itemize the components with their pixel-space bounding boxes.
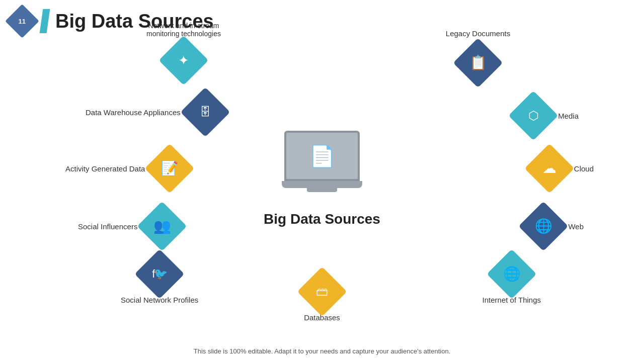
- cloud-icon: ☁: [542, 161, 556, 175]
- laptop-base: [282, 181, 362, 188]
- item-social-influencers: Social Influencers 👥: [78, 209, 180, 244]
- warehouse-diamond: 🗄: [180, 87, 230, 137]
- iot-icon: 🌐: [503, 267, 520, 281]
- item-social-network: f🐦 Social Network Profiles: [121, 256, 198, 304]
- legacy-diamond: 📋: [453, 38, 503, 88]
- social-inf-icon: 👥: [153, 219, 171, 233]
- item-warehouse-label: Data Warehouse Appliances: [86, 108, 181, 117]
- databases-icon: 🗃: [316, 286, 328, 298]
- web-diamond: 🌐: [519, 202, 569, 251]
- item-iot: 🌐 Internet of Things: [482, 256, 541, 304]
- databases-diamond: 🗃: [297, 267, 347, 317]
- network-diamond: ✦: [159, 36, 209, 85]
- warehouse-icon: 🗄: [200, 107, 211, 118]
- item-web-label: Web: [568, 222, 584, 231]
- item-cloud-label: Cloud: [574, 164, 594, 173]
- footer: This slide is 100% editable. Adapt it to…: [0, 347, 644, 355]
- media-icon: ⬡: [528, 110, 539, 122]
- title-accent: [40, 9, 50, 33]
- center-label: Big Data Sources: [264, 211, 380, 227]
- slide-number-badge: 11: [5, 4, 39, 38]
- item-web: 🌐 Web: [526, 209, 584, 244]
- activity-icon: 📝: [161, 161, 179, 175]
- slide-number: 11: [19, 18, 26, 25]
- item-activity: Activity Generated Data 📝: [65, 151, 187, 186]
- item-legacy: Legacy Documents 📋: [460, 45, 496, 80]
- footer-text: This slide is 100% editable. Adapt it to…: [194, 347, 451, 355]
- media-diamond: ⬡: [509, 91, 558, 141]
- item-warehouse: Data Warehouse Appliances 🗄: [86, 95, 223, 130]
- item-media: ⬡ Media: [516, 98, 579, 133]
- iot-diamond: 🌐: [487, 249, 536, 299]
- web-icon: 🌐: [535, 219, 552, 233]
- item-cloud: ☁ Cloud: [532, 151, 594, 186]
- document-icon: 📄: [309, 144, 335, 168]
- social-inf-diamond: 👥: [137, 202, 187, 251]
- item-network: Network and in-streammonitoring technolo…: [166, 43, 201, 78]
- network-icon: ✦: [178, 54, 189, 67]
- item-activity-label: Activity Generated Data: [65, 164, 145, 173]
- social-net-diamond: f🐦: [135, 249, 185, 299]
- laptop-screen: 📄: [284, 131, 360, 181]
- activity-diamond: 📝: [145, 144, 195, 194]
- item-media-label: Media: [558, 112, 579, 120]
- item-network-label: Network and in-streammonitoring technolo…: [146, 22, 221, 38]
- cloud-diamond: ☁: [524, 144, 574, 194]
- legacy-icon: 📋: [469, 56, 487, 70]
- item-databases: 🗃 Databases: [304, 274, 340, 322]
- item-social-inf-label: Social Influencers: [78, 222, 137, 231]
- social-net-icon: f🐦: [152, 268, 167, 280]
- item-legacy-label: Legacy Documents: [446, 29, 510, 38]
- laptop-illustration: 📄: [282, 131, 362, 201]
